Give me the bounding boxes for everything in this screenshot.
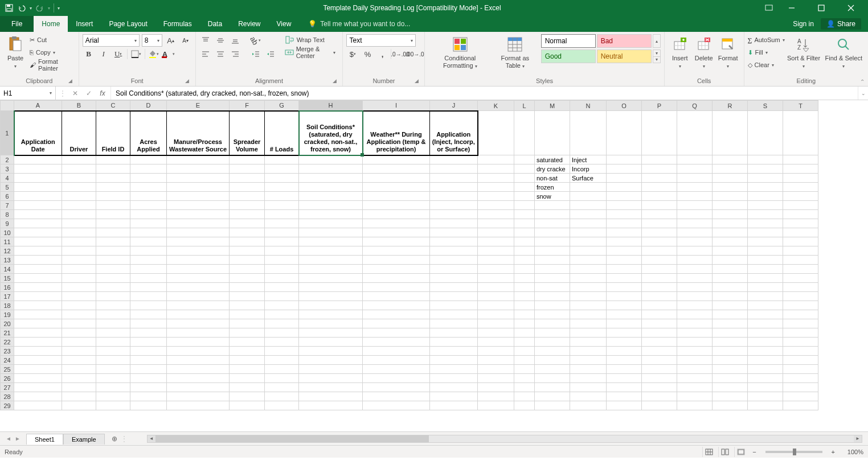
cell-K20[interactable] xyxy=(478,319,514,328)
cell-T8[interactable] xyxy=(783,210,818,219)
cell-T13[interactable] xyxy=(783,256,818,265)
row-header-11[interactable]: 11 xyxy=(1,237,14,246)
cell-S14[interactable] xyxy=(748,265,783,274)
cell-M9[interactable] xyxy=(535,219,570,228)
cell-I12[interactable] xyxy=(363,246,430,256)
decrease-indent-button[interactable] xyxy=(249,48,262,60)
cell-F16[interactable] xyxy=(230,283,265,292)
col-header-I[interactable]: I xyxy=(363,101,430,111)
cell-S7[interactable] xyxy=(748,201,783,210)
cell-G28[interactable] xyxy=(265,392,299,401)
col-header-E[interactable]: E xyxy=(167,101,230,111)
cell-T24[interactable] xyxy=(783,356,818,365)
cell-C18[interactable] xyxy=(96,301,130,310)
cell-E6[interactable] xyxy=(167,192,230,201)
cell-K9[interactable] xyxy=(478,219,514,228)
cell-A29[interactable] xyxy=(14,401,62,410)
cell-G7[interactable] xyxy=(265,201,299,210)
cell-S17[interactable] xyxy=(748,292,783,301)
cell-S19[interactable] xyxy=(748,310,783,319)
cell-O16[interactable] xyxy=(607,283,642,292)
cell-Q5[interactable] xyxy=(677,183,713,192)
cell-L26[interactable] xyxy=(514,374,535,383)
cell-D5[interactable] xyxy=(130,183,167,192)
cell-B19[interactable] xyxy=(62,310,96,319)
cell-A12[interactable] xyxy=(14,246,62,256)
cell-R22[interactable] xyxy=(713,338,748,347)
font-name-combo[interactable]: Arial▾ xyxy=(83,34,140,47)
row-header-10[interactable]: 10 xyxy=(1,228,14,237)
cell-F23[interactable] xyxy=(230,347,265,356)
cell-J18[interactable] xyxy=(430,301,478,310)
cell-R20[interactable] xyxy=(713,319,748,328)
cell-N8[interactable] xyxy=(570,210,607,219)
row-header-28[interactable]: 28 xyxy=(1,392,14,401)
cell-Q2[interactable] xyxy=(677,155,713,164)
cell-N27[interactable] xyxy=(570,383,607,392)
cell-Q6[interactable] xyxy=(677,192,713,201)
cell-E27[interactable] xyxy=(167,383,230,392)
cell-A24[interactable] xyxy=(14,356,62,365)
cell-S1[interactable] xyxy=(748,111,783,155)
cell-A22[interactable] xyxy=(14,338,62,347)
cell-H14[interactable] xyxy=(299,265,363,274)
cell-L25[interactable] xyxy=(514,365,535,374)
grow-font-button[interactable]: A▴ xyxy=(165,34,177,47)
cell-P18[interactable] xyxy=(642,301,677,310)
cell-H7[interactable] xyxy=(299,201,363,210)
cell-J8[interactable] xyxy=(430,210,478,219)
row-header-22[interactable]: 22 xyxy=(1,338,14,347)
cell-O5[interactable] xyxy=(607,183,642,192)
cell-Q22[interactable] xyxy=(677,338,713,347)
cell-K13[interactable] xyxy=(478,256,514,265)
cell-P12[interactable] xyxy=(642,246,677,256)
cell-A27[interactable] xyxy=(14,383,62,392)
cell-D20[interactable] xyxy=(130,319,167,328)
cell-D27[interactable] xyxy=(130,383,167,392)
cell-A23[interactable] xyxy=(14,347,62,356)
cell-E8[interactable] xyxy=(167,210,230,219)
cell-G15[interactable] xyxy=(265,274,299,283)
cell-C5[interactable] xyxy=(96,183,130,192)
cell-B11[interactable] xyxy=(62,237,96,246)
cell-R16[interactable] xyxy=(713,283,748,292)
col-header-G[interactable]: G xyxy=(265,101,299,111)
cell-G22[interactable] xyxy=(265,338,299,347)
cell-M10[interactable] xyxy=(535,228,570,237)
cell-M28[interactable] xyxy=(535,392,570,401)
cell-N14[interactable] xyxy=(570,265,607,274)
cell-O14[interactable] xyxy=(607,265,642,274)
col-header-M[interactable]: M xyxy=(535,101,570,111)
cell-H26[interactable] xyxy=(299,374,363,383)
cell-K27[interactable] xyxy=(478,383,514,392)
hscroll-left-icon[interactable]: ◄ xyxy=(148,435,155,442)
cell-P26[interactable] xyxy=(642,374,677,383)
cell-P13[interactable] xyxy=(642,256,677,265)
cell-S21[interactable] xyxy=(748,328,783,338)
sheet-tab-active[interactable]: Sheet1 xyxy=(26,434,63,445)
cell-H6[interactable] xyxy=(299,192,363,201)
cell-M5[interactable]: frozen xyxy=(535,183,570,192)
cell-F7[interactable] xyxy=(230,201,265,210)
cell-B18[interactable] xyxy=(62,301,96,310)
cell-I25[interactable] xyxy=(363,365,430,374)
cell-Q17[interactable] xyxy=(677,292,713,301)
cell-E28[interactable] xyxy=(167,392,230,401)
cell-M11[interactable] xyxy=(535,237,570,246)
cell-F1[interactable]: Spreader Volume xyxy=(230,111,265,155)
cell-C16[interactable] xyxy=(96,283,130,292)
col-header-Q[interactable]: Q xyxy=(677,101,713,111)
cell-I14[interactable] xyxy=(363,265,430,274)
cell-F18[interactable] xyxy=(230,301,265,310)
cell-C23[interactable] xyxy=(96,347,130,356)
increase-indent-button[interactable] xyxy=(264,48,277,60)
clear-button[interactable]: ◇Clear ▾ xyxy=(748,59,785,71)
alignment-launcher-icon[interactable]: ◢ xyxy=(331,78,338,85)
cell-C7[interactable] xyxy=(96,201,130,210)
cell-D17[interactable] xyxy=(130,292,167,301)
cell-G20[interactable] xyxy=(265,319,299,328)
cell-K16[interactable] xyxy=(478,283,514,292)
cell-J2[interactable] xyxy=(430,155,478,164)
cell-M21[interactable] xyxy=(535,328,570,338)
cell-G24[interactable] xyxy=(265,356,299,365)
